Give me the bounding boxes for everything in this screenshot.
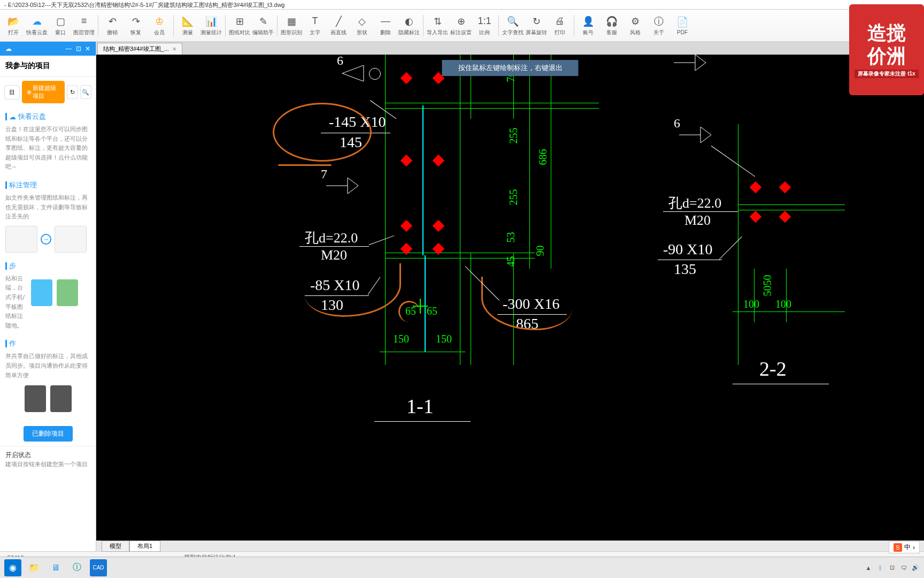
project-button[interactable]: 目 (4, 85, 20, 100)
toolbar-画直线[interactable]: ╱画直线 (327, 11, 350, 41)
toolbar-PDF[interactable]: 📄PDF (671, 11, 694, 41)
annotation-text: 如文件夹来管理图纸和标注，再也无需损坏，文件误删等导致标注丢失的 (5, 193, 90, 222)
toolbar-隐藏标注[interactable]: ◐隐藏标注 (398, 11, 420, 41)
toolbar-账号[interactable]: 👤账号 (577, 11, 599, 41)
tray-icon[interactable]: ⊡ (888, 564, 896, 572)
annotation-curve (481, 277, 572, 330)
refresh-button[interactable]: ↻ (67, 85, 78, 99)
cad-dimension: 686 (537, 149, 549, 165)
bolt-icon (433, 155, 445, 167)
cad-canvas[interactable]: 按住鼠标左键绘制标注，右键退出 (96, 55, 924, 541)
cad-label: 孔d=22.0 (668, 194, 721, 212)
toolbar-打开[interactable]: 📂打开 (2, 11, 25, 41)
annotation-curve (305, 263, 401, 317)
toolbar-会员[interactable]: ♔会员 (148, 11, 171, 41)
taskbar-app[interactable]: 🖥 (47, 559, 64, 576)
cad-dimension: 100 (775, 298, 791, 310)
toolbar-打印[interactable]: 🖨打印 (549, 11, 571, 41)
close-icon[interactable]: ✕ (85, 45, 90, 52)
cad-dimension: 255 (507, 128, 520, 144)
collab-section-title: 作 (5, 339, 90, 348)
arrow-icon: → (41, 234, 51, 245)
toolbar-标注设置[interactable]: ⊕标注设置 (450, 11, 472, 41)
toolbar-图形识别[interactable]: ▦图形识别 (280, 11, 303, 41)
svg-marker-4 (700, 127, 711, 143)
thumb-image (5, 226, 37, 253)
toolbar-编辑助手[interactable]: ✎编辑助手 (252, 11, 274, 41)
title-bar: - E:\2023-05\12---天下无双2532\台湾精密钢结构\2#-5-… (0, 0, 924, 10)
ime-arrow-icon: › (913, 544, 915, 551)
svg-marker-0 (342, 65, 364, 81)
cad-dimension: 150 (393, 333, 409, 345)
expand-icon[interactable]: ⊡ (76, 45, 81, 52)
hint-bar: 按住鼠标左键绘制标注，右键退出 (442, 60, 579, 76)
cloud-icon: ☁ (9, 113, 16, 121)
toolbar-快看云盘[interactable]: ☁快看云盘 (26, 11, 48, 41)
toolbar-屏幕旋转[interactable]: ↻屏幕旋转 (525, 11, 548, 41)
volume-icon[interactable]: 🔊 (911, 564, 920, 572)
crosshair-cursor (416, 302, 425, 310)
deleted-projects-button[interactable]: 已删除项目 (24, 426, 73, 442)
toolbar-恢复[interactable]: ↷恢复 (125, 11, 147, 41)
bolt-icon (401, 155, 413, 167)
cad-dimension: 150 (436, 333, 452, 345)
toolbar-图层管理[interactable]: ≡图层管理 (73, 11, 95, 41)
bolt-icon (750, 181, 762, 194)
toolbar-导入导出[interactable]: ⇅导入导出 (426, 11, 449, 41)
open-status-label: 开启状态 (5, 451, 90, 460)
taskbar-app[interactable]: Ⓘ (68, 559, 86, 576)
taskbar-app[interactable]: CAD (90, 559, 107, 576)
cloud-section-title: ☁ 快看云盘 (5, 112, 90, 121)
bluetooth-icon[interactable]: ᛒ (876, 564, 884, 572)
toolbar-关于[interactable]: ⓘ关于 (648, 11, 670, 41)
taskbar-app[interactable]: 📁 (26, 559, 43, 576)
collab-text: 并共享自己做好的标注，其他成员同步。项目沟通协作从此变得简单方便 (5, 352, 90, 380)
toolbar-删除[interactable]: —删除 (374, 11, 397, 41)
layout-tabs: 模型 布局1 (96, 541, 924, 551)
ime-indicator[interactable]: S 中 › (889, 541, 920, 553)
bolt-icon (401, 72, 413, 85)
plus-icon: ⊕ (27, 89, 32, 96)
document-tab-bar: 结构_精密3#4#竣工图_... ✕ (96, 42, 924, 55)
toolbar-比例[interactable]: 1:1比例 (473, 11, 496, 41)
watermark: 造搅 价洲 屏幕录像专家未注册 t1x (849, 4, 924, 95)
circle-icon (369, 68, 381, 80)
toolbar-形状[interactable]: ◇形状 (351, 11, 373, 41)
sidebar-header: ☁ — ⊡ ✕ (0, 42, 96, 56)
toolbar-风格[interactable]: ⚙风格 (624, 11, 646, 41)
svg-marker-6 (695, 55, 706, 71)
annotation-circle (273, 103, 372, 162)
annotation-section-title: 标注管理 (5, 180, 90, 190)
cad-dimension: 53 (505, 232, 517, 243)
tray-icon[interactable]: 🗨 (899, 564, 908, 572)
bolt-icon (401, 220, 413, 232)
document-tab[interactable]: 结构_精密3#4#竣工图_... ✕ (97, 43, 182, 55)
toolbar-文字[interactable]: T文字 (304, 11, 326, 41)
section-label: 2-2 (759, 357, 787, 381)
sync-text: 站和云端，台式手机/平板图纸标注随地。 (5, 274, 27, 331)
toolbar-文字查找[interactable]: 🔍文字查找 (502, 11, 524, 41)
cad-dimension: 255 (507, 189, 520, 206)
cloud-icon: ☁ (5, 45, 12, 52)
toolbar-撤销[interactable]: ↶撤销 (101, 11, 124, 41)
tab-close-icon[interactable]: ✕ (172, 46, 176, 52)
toolbar-图纸对比[interactable]: ⊞图纸对比 (228, 11, 251, 41)
sync-section-title: 步 (5, 261, 90, 271)
layout-tab-layout1[interactable]: 布局1 (129, 541, 160, 552)
minimize-icon[interactable]: — (65, 45, 72, 52)
new-super-project-button[interactable]: ⊕ 新建超级项目 (22, 81, 65, 103)
layout-tab-model[interactable]: 模型 (102, 541, 129, 552)
cad-dimension: 100 (743, 298, 759, 310)
toolbar-测量统计[interactable]: 📊测量统计 (200, 11, 222, 41)
toolbar-窗口[interactable]: ▢窗口 (49, 11, 72, 41)
taskbar-app[interactable]: ◉ (4, 559, 21, 576)
search-button[interactable]: 🔍 (80, 85, 91, 99)
cloud-text: 云盘！在这里您不仅可以同步图纸和标注等各个平台，还可以分享图纸、标注，更有超大容… (5, 125, 90, 172)
cad-label: -90 X10 (663, 241, 713, 258)
toolbar-测量[interactable]: 📐测量 (176, 11, 199, 41)
bolt-icon (779, 181, 791, 194)
toolbar-客服[interactable]: 🎧客服 (600, 11, 623, 41)
system-tray: ▲ ᛒ ⊡ 🗨 🔊 (864, 564, 920, 572)
tray-icon[interactable]: ▲ (864, 564, 873, 572)
taskbar: ◉ 📁 🖥 Ⓘ CAD ▲ ᛒ ⊡ 🗨 🔊 (0, 557, 924, 578)
